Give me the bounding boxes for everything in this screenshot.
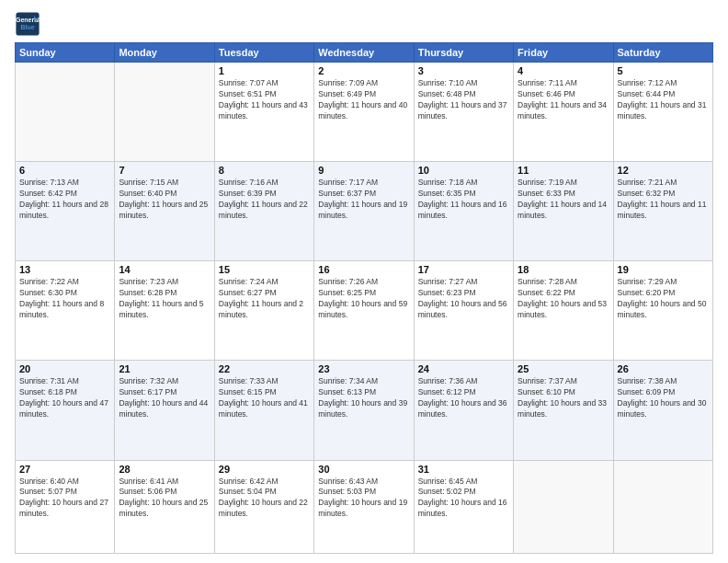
day-info: Sunrise: 6:45 AMSunset: 5:02 PMDaylight:… [418,477,509,521]
day-info: Sunrise: 7:38 AMSunset: 6:09 PMDaylight:… [618,376,709,420]
day-info: Sunrise: 7:33 AMSunset: 6:15 PMDaylight:… [219,376,310,420]
calendar-cell: 27Sunrise: 6:40 AMSunset: 5:07 PMDayligh… [16,460,115,553]
day-number: 25 [518,363,609,374]
calendar-header-thursday: Thursday [414,43,513,63]
day-info: Sunrise: 7:11 AMSunset: 6:46 PMDaylight:… [518,78,609,122]
day-info: Sunrise: 7:22 AMSunset: 6:30 PMDaylight:… [19,277,110,321]
day-info: Sunrise: 7:21 AMSunset: 6:32 PMDaylight:… [618,178,709,222]
day-info: Sunrise: 7:15 AMSunset: 6:40 PMDaylight:… [119,178,210,222]
calendar-cell [613,460,712,553]
day-info: Sunrise: 7:31 AMSunset: 6:18 PMDaylight:… [19,376,110,420]
calendar-week-row: 27Sunrise: 6:40 AMSunset: 5:07 PMDayligh… [16,460,713,553]
calendar-cell: 22Sunrise: 7:33 AMSunset: 6:15 PMDayligh… [214,361,313,460]
day-number: 10 [418,165,509,176]
day-info: Sunrise: 7:29 AMSunset: 6:20 PMDaylight:… [618,277,709,321]
day-info: Sunrise: 7:16 AMSunset: 6:39 PMDaylight:… [219,178,310,222]
calendar-header-saturday: Saturday [613,43,712,63]
calendar-cell: 29Sunrise: 6:42 AMSunset: 5:04 PMDayligh… [214,460,313,553]
calendar-cell: 17Sunrise: 7:27 AMSunset: 6:23 PMDayligh… [414,261,513,361]
day-number: 7 [119,165,210,176]
calendar-cell: 26Sunrise: 7:38 AMSunset: 6:09 PMDayligh… [613,361,712,460]
day-info: Sunrise: 7:23 AMSunset: 6:28 PMDaylight:… [119,277,210,321]
svg-text:Blue: Blue [20,24,34,30]
calendar-cell: 12Sunrise: 7:21 AMSunset: 6:32 PMDayligh… [613,162,712,261]
day-number: 27 [19,464,110,475]
calendar-cell: 21Sunrise: 7:32 AMSunset: 6:17 PMDayligh… [115,361,214,460]
day-number: 26 [618,363,709,374]
calendar-cell: 9Sunrise: 7:17 AMSunset: 6:37 PMDaylight… [314,162,414,261]
day-number: 30 [318,464,409,475]
calendar-cell: 1Sunrise: 7:07 AMSunset: 6:51 PMDaylight… [214,63,313,162]
day-info: Sunrise: 7:13 AMSunset: 6:42 PMDaylight:… [19,178,110,222]
calendar-cell: 28Sunrise: 6:41 AMSunset: 5:06 PMDayligh… [115,460,214,553]
calendar-cell [115,63,214,162]
calendar-cell: 23Sunrise: 7:34 AMSunset: 6:13 PMDayligh… [314,361,414,460]
day-info: Sunrise: 7:32 AMSunset: 6:17 PMDaylight:… [119,376,210,420]
day-number: 8 [219,165,310,176]
day-info: Sunrise: 7:12 AMSunset: 6:44 PMDaylight:… [618,78,709,122]
day-number: 12 [618,165,709,176]
day-number: 6 [19,165,110,176]
day-info: Sunrise: 6:40 AMSunset: 5:07 PMDaylight:… [19,477,110,521]
logo-icon: General Blue [15,11,40,37]
calendar-cell: 24Sunrise: 7:36 AMSunset: 6:12 PMDayligh… [414,361,513,460]
day-info: Sunrise: 7:19 AMSunset: 6:33 PMDaylight:… [518,178,609,222]
day-info: Sunrise: 7:10 AMSunset: 6:48 PMDaylight:… [418,78,509,122]
calendar-cell: 11Sunrise: 7:19 AMSunset: 6:33 PMDayligh… [514,162,613,261]
day-number: 20 [19,363,110,374]
calendar-cell: 14Sunrise: 7:23 AMSunset: 6:28 PMDayligh… [115,261,214,361]
calendar-cell: 25Sunrise: 7:37 AMSunset: 6:10 PMDayligh… [514,361,613,460]
day-info: Sunrise: 7:17 AMSunset: 6:37 PMDaylight:… [318,178,409,222]
day-info: Sunrise: 7:07 AMSunset: 6:51 PMDaylight:… [219,78,310,122]
calendar-header-wednesday: Wednesday [314,43,414,63]
day-number: 11 [518,165,609,176]
day-number: 29 [219,464,310,475]
calendar-cell: 8Sunrise: 7:16 AMSunset: 6:39 PMDaylight… [214,162,313,261]
day-info: Sunrise: 7:26 AMSunset: 6:25 PMDaylight:… [318,277,409,321]
calendar-cell: 3Sunrise: 7:10 AMSunset: 6:48 PMDaylight… [414,63,513,162]
calendar-cell [16,63,115,162]
calendar-cell: 30Sunrise: 6:43 AMSunset: 5:03 PMDayligh… [314,460,414,553]
calendar-table: SundayMondayTuesdayWednesdayThursdayFrid… [15,42,713,554]
day-info: Sunrise: 7:37 AMSunset: 6:10 PMDaylight:… [518,376,609,420]
day-number: 18 [518,264,609,275]
day-number: 14 [119,264,210,275]
page-header: General Blue [15,11,713,37]
day-number: 1 [219,65,310,76]
calendar-week-row: 13Sunrise: 7:22 AMSunset: 6:30 PMDayligh… [16,261,713,361]
day-info: Sunrise: 7:18 AMSunset: 6:35 PMDaylight:… [418,178,509,222]
calendar-header-row: SundayMondayTuesdayWednesdayThursdayFrid… [16,43,713,63]
calendar-cell: 20Sunrise: 7:31 AMSunset: 6:18 PMDayligh… [16,361,115,460]
calendar-cell: 15Sunrise: 7:24 AMSunset: 6:27 PMDayligh… [214,261,313,361]
day-number: 3 [418,65,509,76]
day-number: 31 [418,464,509,475]
day-number: 2 [318,65,409,76]
day-info: Sunrise: 6:41 AMSunset: 5:06 PMDaylight:… [119,477,210,521]
day-number: 9 [318,165,409,176]
day-number: 17 [418,264,509,275]
calendar-cell: 4Sunrise: 7:11 AMSunset: 6:46 PMDaylight… [514,63,613,162]
day-number: 16 [318,264,409,275]
calendar-week-row: 1Sunrise: 7:07 AMSunset: 6:51 PMDaylight… [16,63,713,162]
calendar-cell: 31Sunrise: 6:45 AMSunset: 5:02 PMDayligh… [414,460,513,553]
day-info: Sunrise: 7:09 AMSunset: 6:49 PMDaylight:… [318,78,409,122]
calendar-cell: 18Sunrise: 7:28 AMSunset: 6:22 PMDayligh… [514,261,613,361]
day-number: 23 [318,363,409,374]
calendar-cell [514,460,613,553]
day-info: Sunrise: 6:43 AMSunset: 5:03 PMDaylight:… [318,477,409,521]
logo: General Blue [15,11,40,37]
calendar-header-tuesday: Tuesday [214,43,313,63]
calendar-week-row: 20Sunrise: 7:31 AMSunset: 6:18 PMDayligh… [16,361,713,460]
calendar-header-sunday: Sunday [16,43,115,63]
day-number: 15 [219,264,310,275]
day-info: Sunrise: 7:34 AMSunset: 6:13 PMDaylight:… [318,376,409,420]
day-info: Sunrise: 7:27 AMSunset: 6:23 PMDaylight:… [418,277,509,321]
day-info: Sunrise: 7:28 AMSunset: 6:22 PMDaylight:… [518,277,609,321]
day-number: 5 [618,65,709,76]
day-info: Sunrise: 7:36 AMSunset: 6:12 PMDaylight:… [418,376,509,420]
calendar-cell: 2Sunrise: 7:09 AMSunset: 6:49 PMDaylight… [314,63,414,162]
day-info: Sunrise: 7:24 AMSunset: 6:27 PMDaylight:… [219,277,310,321]
calendar-cell: 5Sunrise: 7:12 AMSunset: 6:44 PMDaylight… [613,63,712,162]
day-info: Sunrise: 6:42 AMSunset: 5:04 PMDaylight:… [219,477,310,521]
calendar-header-friday: Friday [514,43,613,63]
